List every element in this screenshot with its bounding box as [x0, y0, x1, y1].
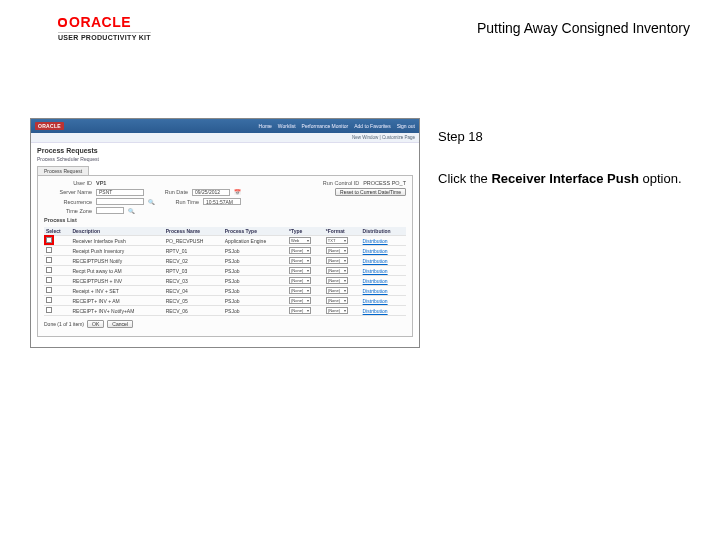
app-top-nav: Home Worklist Performance Monitor Add to… [259, 123, 415, 129]
row-process-name: RPTV_01 [164, 246, 223, 256]
run-control-label: Run Control ID [299, 180, 359, 186]
nav-signout[interactable]: Sign out [397, 123, 415, 129]
row-checkbox[interactable] [46, 237, 52, 243]
row-type-select[interactable]: (None)▾ [289, 257, 311, 264]
reset-date-button[interactable]: Reset to Current Date/Time [335, 188, 406, 196]
col-description: Description [71, 227, 164, 236]
row-process-name: RECV_04 [164, 286, 223, 296]
row-distribution-link[interactable]: Distribution [361, 276, 406, 286]
col-process-name: Process Name [164, 227, 223, 236]
page-title: Process Requests [37, 147, 413, 154]
row-format-select[interactable]: (None)▾ [326, 247, 348, 254]
recurrence-select[interactable] [96, 198, 144, 205]
run-time-label: Run Time [159, 199, 199, 205]
instruction-target: Receiver Interface Push [491, 171, 638, 186]
table-row: RECEIPT+ INV + AMRECV_05PSJob(None)▾(Non… [44, 296, 406, 306]
row-description: RECEIPT+ INV+ Notify+AM [71, 306, 164, 316]
row-format-select[interactable]: TXT▾ [326, 237, 348, 244]
row-description: Recpt Put away to AM [71, 266, 164, 276]
row-checkbox[interactable] [46, 287, 52, 293]
row-description: RECEIPTPUSH Notify [71, 256, 164, 266]
nav-perfmon[interactable]: Performance Monitor [302, 123, 349, 129]
server-name-select[interactable]: PSNT [96, 189, 144, 196]
row-process-type: PSJob [223, 266, 287, 276]
process-list-table: Select Description Process Name Process … [44, 227, 406, 316]
row-type-select[interactable]: (None)▾ [289, 297, 311, 304]
cancel-button[interactable]: Cancel [107, 320, 133, 328]
row-type-select[interactable]: (None)▾ [289, 277, 311, 284]
row-process-type: PSJob [223, 286, 287, 296]
calendar-icon[interactable]: 📅 [234, 189, 241, 195]
row-type-select[interactable]: Web▾ [289, 237, 311, 244]
row-format-select[interactable]: (None)▾ [326, 257, 348, 264]
row-type-select[interactable]: (None)▾ [289, 247, 311, 254]
row-distribution-link[interactable]: Distribution [361, 256, 406, 266]
row-distribution-link[interactable]: Distribution [361, 296, 406, 306]
step-label: Step 18 [438, 128, 690, 146]
row-distribution-link[interactable]: Distribution [361, 236, 406, 246]
row-format-select[interactable]: (None)▾ [326, 297, 348, 304]
nav-home[interactable]: Home [259, 123, 272, 129]
row-description: Receiver Interface Push [71, 236, 164, 246]
row-distribution-link[interactable]: Distribution [361, 286, 406, 296]
col-select: Select [44, 227, 71, 236]
table-header-row: Select Description Process Name Process … [44, 227, 406, 236]
row-format-select[interactable]: (None)▾ [326, 267, 348, 274]
nav-worklist[interactable]: Worklist [278, 123, 296, 129]
row-format-select[interactable]: (None)▾ [326, 287, 348, 294]
row-type-select[interactable]: (None)▾ [289, 267, 311, 274]
ok-button[interactable]: OK [87, 320, 104, 328]
oracle-logo: ORACLE [58, 14, 151, 30]
oracle-o-icon [58, 18, 67, 27]
table-row: RECEIPT+ INV+ Notify+AMRECV_06PSJob(None… [44, 306, 406, 316]
table-row: RECEIPTPUSH NotifyRECV_02PSJob(None)▾(No… [44, 256, 406, 266]
row-type-select[interactable]: (None)▾ [289, 307, 311, 314]
row-checkbox[interactable] [46, 257, 52, 263]
app-breadcrumb: New Window | Customize Page [31, 133, 419, 143]
user-id-value: VP1 [96, 180, 106, 186]
run-time-input[interactable]: 10:51:57AM [203, 198, 241, 205]
breadcrumb-links[interactable]: New Window | Customize Page [352, 135, 415, 140]
row-type-select[interactable]: (None)▾ [289, 287, 311, 294]
app-oracle-logo: ORACLE [35, 122, 64, 130]
col-type: *Type [287, 227, 324, 236]
table-row: Recpt Put away to AMRPTV_03PSJob(None)▾(… [44, 266, 406, 276]
recurrence-label: Recurrence [44, 199, 92, 205]
row-format-select[interactable]: (None)▾ [326, 307, 348, 314]
time-zone-input[interactable] [96, 207, 124, 214]
row-process-name: RECV_02 [164, 256, 223, 266]
oracle-logo-block: ORACLE USER PRODUCTIVITY KIT [58, 14, 151, 41]
row-distribution-link[interactable]: Distribution [361, 246, 406, 256]
row-checkbox[interactable] [46, 267, 52, 273]
instruction-panel: Step 18 Click the Receiver Interface Pus… [438, 128, 690, 188]
row-distribution-link[interactable]: Distribution [361, 306, 406, 316]
row-process-type: PSJob [223, 306, 287, 316]
page-subtitle: Process Scheduler Request [37, 156, 413, 162]
user-id-label: User ID [44, 180, 92, 186]
row-checkbox[interactable] [46, 297, 52, 303]
table-row: Receiver Interface PushPO_RECVPUSHApplic… [44, 236, 406, 246]
run-control-value: PROCESS PO_T [363, 180, 406, 186]
row-distribution-link[interactable]: Distribution [361, 266, 406, 276]
run-date-input[interactable]: 09/25/2012 [192, 189, 230, 196]
table-row: Receipt + INV + SETRECV_04PSJob(None)▾(N… [44, 286, 406, 296]
server-name-label: Server Name [44, 189, 92, 195]
tab-process-request[interactable]: Process Request [37, 166, 89, 175]
row-process-name: RECV_05 [164, 296, 223, 306]
table-row: Receipt Push InventoryRPTV_01PSJob(None)… [44, 246, 406, 256]
row-process-name: RPTV_03 [164, 266, 223, 276]
time-zone-label: Time Zone [44, 208, 92, 214]
row-format-select[interactable]: (None)▾ [326, 277, 348, 284]
lookup-icon-2[interactable]: 🔍 [128, 208, 135, 214]
row-checkbox[interactable] [46, 307, 52, 313]
row-checkbox[interactable] [46, 277, 52, 283]
row-description: RECEIPT+ INV + AM [71, 296, 164, 306]
row-process-type: PSJob [223, 276, 287, 286]
request-panel: User ID VP1 Run Control ID PROCESS PO_T … [37, 175, 413, 337]
lookup-icon[interactable]: 🔍 [148, 199, 155, 205]
row-process-type: PSJob [223, 296, 287, 306]
row-checkbox[interactable] [46, 247, 52, 253]
nav-favorites[interactable]: Add to Favorites [354, 123, 390, 129]
panel-footer: Done (1 of 1 item) OK Cancel [44, 320, 406, 328]
app-topbar: ORACLE Home Worklist Performance Monitor… [31, 119, 419, 133]
